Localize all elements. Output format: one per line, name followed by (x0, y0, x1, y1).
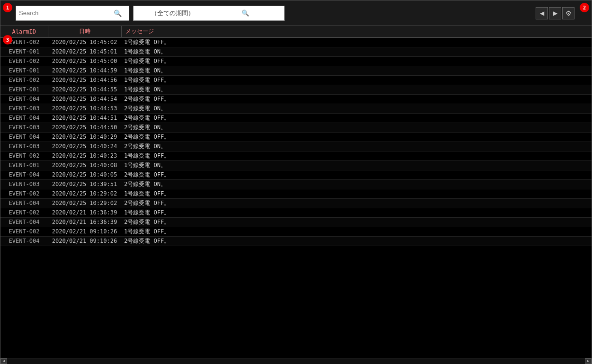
scroll-right-arrow[interactable]: ▶ (585, 358, 592, 364)
cell-message: 2号線受電 ON。 (121, 123, 592, 132)
cell-datetime: 2020/02/25 10:29:02 (48, 189, 121, 198)
table-row[interactable]: EVENT-0012020/02/25 10:45:011号線受電 ON。 (0, 47, 592, 56)
table-row[interactable]: EVENT-0012020/02/25 10:44:551号線受電 ON。 (0, 85, 592, 94)
cell-message: 1号線受電 ON。 (121, 160, 592, 170)
cell-message: 2号線受電 ON。 (121, 179, 592, 189)
period-label: （全ての期間） (136, 9, 209, 18)
cell-datetime: 2020/02/25 10:40:23 (48, 151, 121, 160)
table-row[interactable]: EVENT-0042020/02/25 10:40:052号線受電 OFF。 (0, 170, 592, 179)
table-row[interactable]: EVENT-0042020/02/21 16:36:392号線受電 OFF。 (0, 217, 592, 227)
cell-datetime: 2020/02/25 10:29:02 (48, 198, 121, 208)
cell-message: 1号線受電 ON。 (121, 47, 592, 56)
cell-alarm-id: EVENT-003 (0, 142, 48, 151)
header-datetime: 日時 (48, 26, 121, 37)
table-row[interactable]: EVENT-0022020/02/25 10:44:561号線受電 OFF。 (0, 75, 592, 85)
table-row[interactable]: EVENT-0022020/02/21 09:10:261号線受電 OFF。 (0, 227, 592, 236)
scroll-left-arrow[interactable]: ◀ (0, 358, 7, 364)
gear-button[interactable]: ⚙ (562, 7, 574, 19)
badge-3: 3 (3, 35, 12, 44)
cell-datetime: 2020/02/21 16:36:39 (48, 217, 121, 227)
cell-message: 2号線受電 OFF。 (121, 198, 592, 208)
cell-message: 1号線受電 OFF。 (121, 56, 592, 66)
cell-message: 1号線受電 OFF。 (121, 75, 592, 85)
bottom-scrollbar[interactable]: ◀ ▶ (0, 358, 592, 364)
table-row[interactable]: EVENT-0022020/02/25 10:45:021号線受電 OFF。 (0, 37, 592, 47)
data-table: AlarmID 日時 メッセージ EVENT-0022020/02/25 10:… (0, 26, 592, 246)
table-container[interactable]: AlarmID 日時 メッセージ EVENT-0022020/02/25 10:… (0, 26, 592, 358)
toolbar: 🔍 （全ての期間） 🔍 ◀ ▶ ⚙ (0, 0, 592, 26)
cell-message: 1号線受電 OFF。 (121, 227, 592, 236)
table-row[interactable]: EVENT-0022020/02/21 16:36:391号線受電 OFF。 (0, 208, 592, 217)
cell-alarm-id: EVENT-003 (0, 123, 48, 132)
header-message: メッセージ (121, 26, 592, 37)
cell-message: 1号線受電 ON。 (121, 85, 592, 94)
cell-datetime: 2020/02/25 10:45:00 (48, 56, 121, 66)
badge-1: 1 (3, 3, 12, 12)
cell-datetime: 2020/02/25 10:40:29 (48, 132, 121, 142)
cell-alarm-id: EVENT-002 (0, 56, 48, 66)
cell-datetime: 2020/02/25 10:40:24 (48, 142, 121, 151)
cell-alarm-id: EVENT-004 (0, 132, 48, 142)
cell-message: 2号線受電 OFF。 (121, 94, 592, 104)
table-row[interactable]: EVENT-0042020/02/25 10:29:022号線受電 OFF。 (0, 198, 592, 208)
search-box[interactable]: 🔍 (16, 6, 129, 21)
cell-alarm-id: EVENT-001 (0, 160, 48, 170)
cell-datetime: 2020/02/21 09:10:26 (48, 236, 121, 246)
cell-datetime: 2020/02/25 10:44:55 (48, 85, 121, 94)
cell-datetime: 2020/02/25 10:44:50 (48, 123, 121, 132)
cell-datetime: 2020/02/25 10:40:05 (48, 170, 121, 179)
cell-message: 1号線受電 OFF。 (121, 208, 592, 217)
cell-datetime: 2020/02/25 10:44:51 (48, 113, 121, 123)
cell-datetime: 2020/02/25 10:44:56 (48, 75, 121, 85)
main-container: 1 2 🔍 （全ての期間） 🔍 ◀ ▶ ⚙ 3 (0, 0, 592, 364)
cell-message: 1号線受電 ON。 (121, 66, 592, 75)
table-row[interactable]: EVENT-0022020/02/25 10:29:021号線受電 OFF。 (0, 189, 592, 198)
cell-message: 1号線受電 OFF。 (121, 189, 592, 198)
table-row[interactable]: EVENT-0032020/02/25 10:44:502号線受電 ON。 (0, 123, 592, 132)
nav-prev-button[interactable]: ◀ (536, 7, 548, 19)
table-row[interactable]: EVENT-0022020/02/25 10:45:001号線受電 OFF。 (0, 56, 592, 66)
cell-alarm-id: EVENT-002 (0, 151, 48, 160)
table-row[interactable]: EVENT-0032020/02/25 10:40:242号線受電 ON。 (0, 142, 592, 151)
cell-alarm-id: EVENT-003 (0, 104, 48, 113)
period-search-icon[interactable]: 🔍 (209, 9, 281, 17)
cell-message: 2号線受電 OFF。 (121, 132, 592, 142)
cell-datetime: 2020/02/25 10:44:53 (48, 104, 121, 113)
table-row[interactable]: EVENT-0012020/02/25 10:44:591号線受電 ON。 (0, 66, 592, 75)
cell-message: 2号線受電 OFF。 (121, 170, 592, 179)
cell-alarm-id: EVENT-004 (0, 198, 48, 208)
table-row[interactable]: EVENT-0012020/02/25 10:40:081号線受電 ON。 (0, 160, 592, 170)
cell-message: 2号線受電 OFF。 (121, 236, 592, 246)
cell-datetime: 2020/02/21 16:36:39 (48, 208, 121, 217)
cell-datetime: 2020/02/25 10:39:51 (48, 179, 121, 189)
cell-alarm-id: EVENT-003 (0, 179, 48, 189)
cell-alarm-id: EVENT-004 (0, 170, 48, 179)
table-row[interactable]: EVENT-0022020/02/25 10:40:231号線受電 OFF。 (0, 151, 592, 160)
cell-alarm-id: EVENT-004 (0, 217, 48, 227)
nav-next-button[interactable]: ▶ (549, 7, 561, 19)
cell-alarm-id: EVENT-002 (0, 75, 48, 85)
table-header-row: AlarmID 日時 メッセージ (0, 26, 592, 37)
cell-alarm-id: EVENT-001 (0, 66, 48, 75)
cell-alarm-id: EVENT-002 (0, 189, 48, 198)
bottom-scroll-track[interactable] (7, 358, 585, 364)
table-row[interactable]: EVENT-0042020/02/25 10:44:512号線受電 OFF。 (0, 113, 592, 123)
cell-alarm-id: EVENT-004 (0, 94, 48, 104)
cell-datetime: 2020/02/25 10:45:01 (48, 47, 121, 56)
period-box[interactable]: （全ての期間） 🔍 (133, 6, 285, 21)
table-row[interactable]: EVENT-0042020/02/25 10:44:542号線受電 OFF。 (0, 94, 592, 104)
cell-alarm-id: EVENT-001 (0, 85, 48, 94)
table-row[interactable]: EVENT-0042020/02/21 09:10:262号線受電 OFF。 (0, 236, 592, 246)
cell-datetime: 2020/02/21 09:10:26 (48, 227, 121, 236)
search-icon[interactable]: 🔍 (114, 9, 122, 17)
cell-message: 2号線受電 OFF。 (121, 113, 592, 123)
cell-datetime: 2020/02/25 10:45:02 (48, 37, 121, 47)
cell-message: 2号線受電 ON。 (121, 142, 592, 151)
search-input[interactable] (19, 9, 114, 17)
cell-alarm-id: EVENT-002 (0, 227, 48, 236)
table-row[interactable]: EVENT-0032020/02/25 10:44:532号線受電 ON。 (0, 104, 592, 113)
cell-message: 1号線受電 OFF。 (121, 151, 592, 160)
table-row[interactable]: EVENT-0032020/02/25 10:39:512号線受電 ON。 (0, 179, 592, 189)
cell-alarm-id: EVENT-001 (0, 47, 48, 56)
table-row[interactable]: EVENT-0042020/02/25 10:40:292号線受電 OFF。 (0, 132, 592, 142)
